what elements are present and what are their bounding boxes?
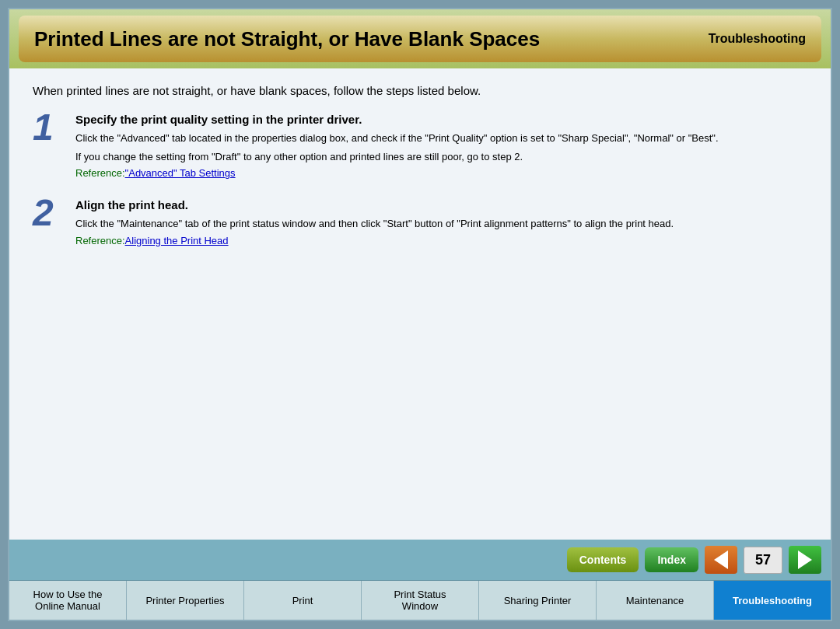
- main-container: Printed Lines are not Straight, or Have …: [8, 8, 832, 621]
- back-arrow-icon: [714, 550, 728, 569]
- step-2-content: Align the print head. Click the "Mainten…: [75, 198, 807, 246]
- step-1-container: 1 Specify the print quality setting in t…: [33, 113, 807, 179]
- header-title-box: Printed Lines are not Straight, or Have …: [19, 16, 821, 62]
- step-2-number: 2: [33, 194, 75, 232]
- back-button[interactable]: [705, 546, 737, 574]
- content-area: When printed lines are not straight, or …: [9, 68, 831, 540]
- bottom-nav: Contents Index 57: [9, 540, 831, 580]
- index-button[interactable]: Index: [645, 547, 698, 572]
- step-2-body-1: Click the "Maintenance" tab of the print…: [75, 216, 807, 232]
- step-2-heading: Align the print head.: [75, 198, 807, 211]
- step-2-reference-link[interactable]: Aligning the Print Head: [125, 235, 229, 246]
- step-1-reference: Reference:"Advanced" Tab Settings: [75, 167, 807, 179]
- forward-arrow-icon: [798, 550, 812, 569]
- step-1-number: 1: [33, 109, 75, 146]
- header-bar: Printed Lines are not Straight, or Have …: [9, 9, 831, 68]
- step-2-reference-label: Reference:: [75, 235, 125, 246]
- footer-tabs: How to Use the Online ManualPrinter Prop…: [9, 580, 831, 620]
- footer-tab-0[interactable]: How to Use the Online Manual: [9, 581, 127, 620]
- step-1-reference-label: Reference:: [75, 167, 125, 179]
- step-1-body-1: Click the "Advanced" tab located in the …: [75, 131, 807, 146]
- step-1-content: Specify the print quality setting in the…: [75, 113, 807, 179]
- footer-tab-5[interactable]: Maintenance: [597, 581, 714, 620]
- step-2-container: 2 Align the print head. Click the "Maint…: [33, 198, 807, 246]
- step-1-reference-link[interactable]: "Advanced" Tab Settings: [125, 167, 236, 179]
- step-1-body-2: If you change the setting from "Draft" t…: [75, 149, 807, 165]
- footer-tab-6[interactable]: Troubleshooting: [714, 581, 831, 620]
- page-title: Printed Lines are not Straight, or Have …: [34, 27, 540, 51]
- contents-button[interactable]: Contents: [567, 547, 639, 572]
- footer-tab-4[interactable]: Sharing Printer: [479, 581, 597, 620]
- forward-button[interactable]: [789, 546, 821, 574]
- footer-tab-3[interactable]: Print Status Window: [362, 581, 479, 620]
- intro-text: When printed lines are not straight, or …: [33, 84, 807, 97]
- header-category: Troubleshooting: [709, 32, 806, 46]
- footer-tab-1[interactable]: Printer Properties: [127, 581, 244, 620]
- footer-tab-2[interactable]: Print: [244, 581, 362, 620]
- step-1-heading: Specify the print quality setting in the…: [75, 113, 807, 126]
- step-2-reference: Reference:Aligning the Print Head: [75, 235, 807, 246]
- page-number: 57: [744, 547, 782, 574]
